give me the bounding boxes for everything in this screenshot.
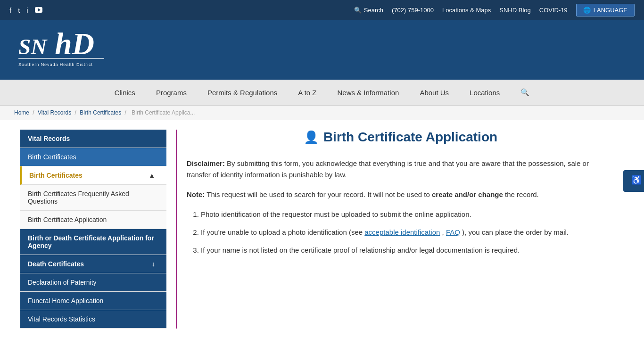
main-content: 👤 Birth Certificate Application Disclaim… — [176, 130, 624, 329]
list-item-2: If you're unable to upload a photo ident… — [201, 227, 614, 238]
svg-text:hD: hD — [55, 29, 94, 61]
list-item-1-text: Photo identification of the requestor mu… — [201, 210, 471, 218]
list-item-2-text1: If you're unable to upload a photo ident… — [201, 228, 364, 236]
disclaimer-label: Disclaimer: — [187, 159, 225, 167]
snhd-logo: SN hD Southern Nevada Health District — [14, 29, 108, 71]
sidebar-faq-item[interactable]: Birth Certificates Frequently Asked Ques… — [20, 185, 166, 211]
search-icon: 🔍 — [354, 7, 362, 14]
nav-item-news[interactable]: News & Information — [327, 80, 410, 105]
sidebar-agency-app-link[interactable]: Birth or Death Certificate Application f… — [20, 229, 166, 255]
nav-search-icon[interactable]: 🔍 — [510, 80, 540, 105]
page-title-text: Birth Certificate Application — [323, 130, 497, 145]
instagram-icon[interactable]: i — [26, 6, 28, 14]
nav-programs-link[interactable]: Programs — [146, 80, 197, 105]
svg-text:Southern Nevada Health Distric: Southern Nevada Health District — [18, 62, 93, 67]
nav-item-permits[interactable]: Permits & Regulations — [197, 80, 288, 105]
sidebar-active-row: Birth Certificates ▲ — [22, 166, 166, 184]
nav-about-link[interactable]: About Us — [409, 80, 459, 105]
list-item-3: If your name is not listed on the certif… — [201, 245, 614, 256]
page-container: Vital Records Birth Certificates Birth C… — [11, 120, 633, 347]
note-text2: the record. — [505, 190, 539, 198]
covid-link[interactable]: COVID-19 — [539, 7, 568, 14]
sidebar-statistics-item[interactable]: Vital Records Statistics — [20, 310, 166, 329]
social-links: f t i — [9, 6, 42, 14]
accessibility-button[interactable]: ♿ — [623, 170, 644, 192]
sidebar-death-certs-link[interactable]: Death Certificates — [20, 255, 91, 273]
logo-area[interactable]: SN hD Southern Nevada Health District — [14, 29, 108, 71]
globe-icon: 🌐 — [583, 7, 591, 14]
search-label: Search — [364, 7, 383, 14]
locations-maps-link[interactable]: Locations & Maps — [442, 7, 491, 14]
nav-search[interactable]: 🔍 — [510, 80, 540, 105]
person-icon: 👤 — [304, 130, 319, 145]
accessibility-icon: ♿ — [631, 175, 641, 185]
sidebar-death-certs-item[interactable]: Death Certificates ↓ — [20, 255, 166, 273]
breadcrumb-sep-2: / — [75, 109, 78, 116]
page-title: 👤 Birth Certificate Application — [187, 130, 614, 145]
sidebar-birth-certs[interactable]: Birth Certificates — [20, 148, 166, 166]
disclaimer-text: By submitting this form, you acknowledge… — [187, 159, 589, 179]
svg-text:SN: SN — [18, 34, 48, 59]
acceptable-id-link[interactable]: acceptable identification — [364, 228, 440, 236]
nav-item-atoz[interactable]: A to Z — [288, 80, 327, 105]
sidebar-paternity-item[interactable]: Declaration of Paternity — [20, 273, 166, 292]
content-list: Photo identification of the requestor mu… — [187, 209, 614, 256]
note-bold: create and/or change — [432, 190, 503, 198]
nav-item-clinics[interactable]: Clinics — [104, 80, 146, 105]
nav-locations-link[interactable]: Locations — [459, 80, 510, 105]
note-text: This request will be used to search for … — [206, 190, 432, 198]
sidebar-menu: Vital Records Birth Certificates Birth C… — [20, 130, 166, 329]
sidebar-birth-app-link[interactable]: Birth Certificate Application — [20, 211, 166, 229]
list-item-1: Photo identification of the requestor mu… — [201, 209, 614, 220]
breadcrumb-birth[interactable]: Birth Certificates — [80, 109, 121, 116]
faq-link[interactable]: FAQ — [446, 228, 460, 236]
sidebar-statistics-link[interactable]: Vital Records Statistics — [20, 310, 166, 328]
sidebar-funeral-link[interactable]: Funeral Home Application — [20, 292, 166, 310]
breadcrumb-vital[interactable]: Vital Records — [38, 109, 71, 116]
breadcrumb: Home / Vital Records / Birth Certificate… — [0, 106, 644, 120]
list-item-3-text: If your name is not listed on the certif… — [201, 246, 520, 254]
sidebar: Vital Records Birth Certificates Birth C… — [20, 130, 166, 329]
search-link[interactable]: 🔍 Search — [354, 7, 383, 14]
site-header: SN hD Southern Nevada Health District — [0, 20, 644, 80]
twitter-icon[interactable]: t — [18, 6, 20, 14]
language-button[interactable]: 🌐 LANGUAGE — [576, 4, 635, 16]
nav-atoz-link[interactable]: A to Z — [288, 80, 327, 105]
nav-permits-link[interactable]: Permits & Regulations — [197, 80, 288, 105]
utility-bar: f t i 🔍 Search (702) 759-1000 Locations … — [0, 0, 644, 20]
note-block: Note: This request will be used to searc… — [187, 189, 614, 200]
phone-link[interactable]: (702) 759-1000 — [392, 7, 434, 14]
sidebar-funeral-item[interactable]: Funeral Home Application — [20, 292, 166, 310]
disclaimer-block: Disclaimer: By submitting this form, you… — [187, 158, 614, 181]
sidebar-birth-certs-active[interactable]: Birth Certificates ▲ — [20, 166, 166, 185]
language-label: LANGUAGE — [594, 7, 627, 14]
sidebar-paternity-link[interactable]: Declaration of Paternity — [20, 273, 166, 291]
sidebar-death-row: Death Certificates ↓ — [20, 255, 166, 273]
sidebar-vital-records[interactable]: Vital Records — [20, 130, 166, 148]
breadcrumb-sep-1: / — [33, 109, 36, 116]
list-item-2-text2: ), you can place the order by mail. — [462, 228, 569, 236]
sidebar-birth-certs-link[interactable]: Birth Certificates — [20, 148, 166, 166]
nav-item-programs[interactable]: Programs — [146, 80, 197, 105]
youtube-icon[interactable] — [35, 6, 42, 14]
blog-link[interactable]: SNHD Blog — [499, 7, 530, 14]
nav-clinics-link[interactable]: Clinics — [104, 80, 146, 105]
sidebar-birth-app-item[interactable]: Birth Certificate Application — [20, 211, 166, 229]
breadcrumb-sep-3: / — [125, 109, 128, 116]
breadcrumb-home[interactable]: Home — [14, 109, 29, 116]
note-label: Note: — [187, 190, 205, 198]
list-item-2-sep: , — [442, 228, 446, 236]
facebook-icon[interactable]: f — [9, 6, 11, 14]
sidebar-arrow-up: ▲ — [141, 166, 163, 184]
breadcrumb-current: Birth Certificate Applica... — [132, 109, 195, 116]
nav-item-about[interactable]: About Us — [409, 80, 459, 105]
utility-links: 🔍 Search (702) 759-1000 Locations & Maps… — [354, 4, 635, 16]
nav-item-locations[interactable]: Locations — [459, 80, 510, 105]
sidebar-vital-records-link[interactable]: Vital Records — [20, 130, 166, 148]
main-navigation: Clinics Programs Permits & Regulations A… — [0, 80, 644, 106]
sidebar-arrow-down: ↓ — [144, 255, 163, 273]
sidebar-birth-certs-active-link[interactable]: Birth Certificates — [22, 166, 90, 184]
nav-news-link[interactable]: News & Information — [327, 80, 410, 105]
sidebar-faq-link[interactable]: Birth Certificates Frequently Asked Ques… — [20, 185, 166, 210]
sidebar-agency-app-item[interactable]: Birth or Death Certificate Application f… — [20, 229, 166, 255]
